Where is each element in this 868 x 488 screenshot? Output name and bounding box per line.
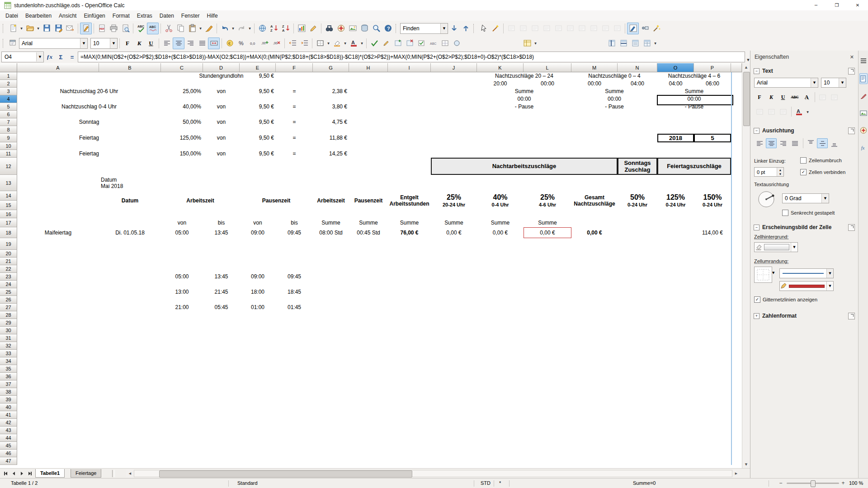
cell-M3[interactable]: Summe: [571, 88, 657, 95]
row-header-23[interactable]: 23: [0, 273, 17, 281]
cell-A9[interactable]: Feiertag: [17, 134, 161, 142]
cell-G17[interactable]: Summe: [313, 218, 349, 227]
sidebar-strikethrough-icon[interactable]: ABC: [789, 92, 800, 102]
scroll-up-icon[interactable]: ▲: [742, 63, 750, 71]
paste-icon[interactable]: [186, 23, 198, 34]
row-header-14[interactable]: 14: [0, 191, 17, 201]
form-design-mode-icon[interactable]: [490, 23, 501, 34]
print-icon[interactable]: [108, 23, 119, 34]
find-dropdown-icon[interactable]: ▼: [440, 23, 448, 33]
form-wizard-icon[interactable]: [651, 23, 662, 34]
toolbar-overflow-icon[interactable]: ▼: [653, 38, 658, 49]
column-header-N[interactable]: N: [618, 63, 657, 72]
cell-F5[interactable]: =: [276, 103, 313, 111]
cell-O3[interactable]: Summe: [657, 88, 731, 95]
font-size-dropdown-icon[interactable]: ▼: [110, 38, 117, 48]
menu-bearbeiten[interactable]: Bearbeiten: [22, 11, 55, 20]
cell-F23[interactable]: 09:45: [276, 273, 313, 281]
border-dropdown-icon[interactable]: ▼: [772, 271, 774, 275]
expand-icon[interactable]: +: [754, 313, 760, 319]
accept-tool-icon[interactable]: [368, 38, 380, 49]
text-dialog-launcher-icon[interactable]: [848, 68, 855, 75]
row-header-45[interactable]: 45: [0, 442, 17, 450]
cell-H17[interactable]: Summe: [349, 218, 388, 227]
row-header-38[interactable]: 38: [0, 388, 17, 396]
italic-icon[interactable]: K: [133, 38, 145, 49]
border-selector[interactable]: [754, 267, 772, 283]
align-right-icon[interactable]: [184, 38, 196, 49]
font-size-dropdown-icon[interactable]: ▼: [839, 78, 846, 87]
styles-window-icon[interactable]: [7, 38, 19, 49]
maximize-icon[interactable]: ❐: [826, 0, 847, 10]
delete-cells-icon[interactable]: [404, 38, 415, 49]
column-header-D[interactable]: D: [203, 63, 240, 72]
collapse-icon[interactable]: −: [754, 68, 760, 74]
spin-up-icon[interactable]: ▲: [777, 168, 783, 172]
underline-icon[interactable]: U: [145, 38, 157, 49]
align-left-icon[interactable]: [161, 38, 173, 49]
row-header-35[interactable]: 35: [0, 365, 17, 373]
cell-P18[interactable]: 114,00 €: [694, 227, 731, 238]
background-dropdown-icon[interactable]: ▼: [791, 243, 797, 252]
redo-dropdown-icon[interactable]: ▼: [247, 23, 252, 34]
row-header-47[interactable]: 47: [0, 457, 17, 465]
cell-A5[interactable]: Nachtzuschlag 0-4 Uhr: [17, 103, 161, 111]
cell-M2[interactable]: 00:00: [571, 80, 618, 88]
senkrecht-checkbox[interactable]: Senkrecht gestapelt: [782, 210, 835, 216]
open-folder-dropdown-icon[interactable]: ▼: [36, 23, 41, 34]
data-sources-icon[interactable]: [359, 23, 370, 34]
cell-L14[interactable]: 25%4-6 Uhr: [524, 191, 571, 210]
undo-icon[interactable]: [219, 23, 231, 34]
design-mode-on-icon[interactable]: [627, 23, 639, 34]
next-sheet-icon[interactable]: [18, 470, 26, 477]
background-color-dropdown-icon[interactable]: ▼: [343, 38, 348, 49]
cell-K4[interactable]: 00:00: [477, 95, 571, 103]
sidebar-italic-icon[interactable]: K: [766, 92, 777, 102]
cell-K18[interactable]: 0,00 €: [477, 227, 524, 238]
row-header-28[interactable]: 28: [0, 311, 17, 319]
find-input[interactable]: Finden▼: [400, 23, 448, 34]
save-as-icon[interactable]: [52, 23, 64, 34]
erscheinungsbild-dialog-launcher-icon[interactable]: [848, 224, 855, 231]
row-header-46[interactable]: 46: [0, 450, 17, 457]
sidebar-font-name[interactable]: Arial ▼: [754, 78, 818, 88]
row-header-43[interactable]: 43: [0, 427, 17, 434]
cell-E27[interactable]: 01:00: [240, 304, 276, 311]
row-header-7[interactable]: 7: [0, 118, 17, 126]
standard-format-icon[interactable]: 0,0: [247, 38, 259, 49]
row-header-18[interactable]: 18: [0, 227, 17, 238]
cell-E3[interactable]: 9,50 €: [240, 88, 276, 95]
zoom-out-icon[interactable]: −: [778, 480, 784, 486]
previous-sheet-icon[interactable]: [10, 470, 18, 477]
cell-E11[interactable]: 9,50 €: [240, 150, 276, 158]
formula-icon[interactable]: =: [66, 52, 78, 62]
cell-C27[interactable]: 21:00: [161, 304, 203, 311]
cell-C3[interactable]: 25,00%: [161, 88, 203, 95]
checkbox-icon[interactable]: [800, 157, 807, 164]
cell-C11[interactable]: 150,00%: [161, 150, 203, 158]
cell-E17[interactable]: von: [240, 218, 276, 227]
horizontal-scrollbar-thumb[interactable]: [159, 470, 412, 478]
toolbar-grip[interactable]: [3, 39, 5, 48]
cell-E25[interactable]: 18:00: [240, 288, 276, 296]
row-header-24[interactable]: 24: [0, 281, 17, 288]
font-name-dropdown-icon[interactable]: ▼: [80, 38, 87, 48]
cell-J12[interactable]: Nachtarbeitszuschläge: [431, 158, 618, 175]
cell-N2[interactable]: 04:00: [618, 80, 657, 88]
column-header-M[interactable]: M: [571, 63, 618, 72]
align-justified-icon[interactable]: [196, 38, 208, 49]
save-icon[interactable]: [41, 23, 52, 34]
row-header-22[interactable]: 22: [0, 265, 17, 273]
cell-I18[interactable]: 76,00 €: [388, 227, 431, 238]
toolbar-grip[interactable]: [396, 24, 398, 33]
cell-J17[interactable]: Summe: [431, 218, 477, 227]
cell-D18[interactable]: 13:45: [203, 227, 240, 238]
section-erscheinungsbild[interactable]: − Erscheinungsbild der Zelle: [750, 222, 858, 232]
row-header-39[interactable]: 39: [0, 396, 17, 404]
checkbox-checked-icon[interactable]: ✓: [800, 169, 807, 175]
select-all-corner[interactable]: [0, 63, 17, 72]
cell-J18[interactable]: 0,00 €: [431, 227, 477, 238]
menu-daten[interactable]: Daten: [156, 11, 178, 20]
cell-L18[interactable]: 0,00 €: [524, 227, 571, 238]
find-down-icon[interactable]: [448, 23, 460, 34]
